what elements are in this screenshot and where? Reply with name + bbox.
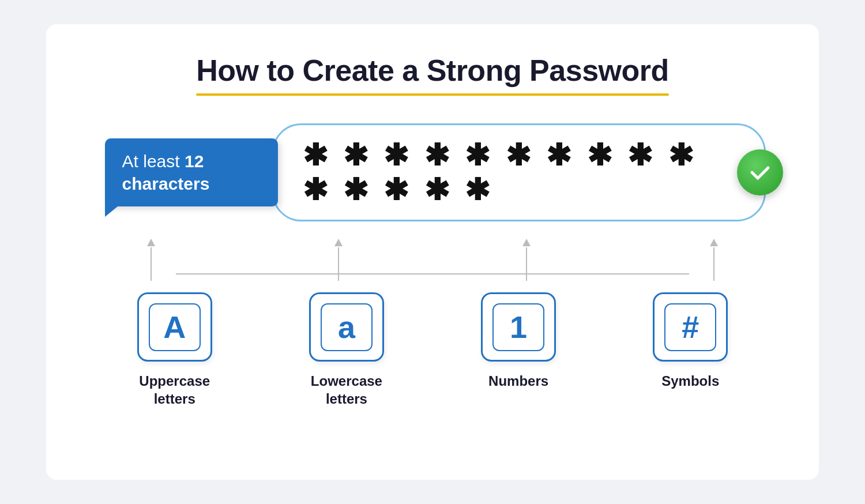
key-symbol-symbols: #	[682, 311, 699, 343]
title-underline	[196, 93, 669, 96]
icon-item-numbers: 1 Numbers	[446, 292, 591, 408]
key-icon-lowercase: a	[309, 292, 384, 362]
key-inner-lowercase: a	[321, 303, 373, 351]
arrowhead-3	[522, 239, 531, 246]
key-inner-symbols: #	[664, 303, 716, 351]
shaft-1	[151, 247, 152, 281]
shaft-3	[526, 247, 527, 281]
password-section: At least 12 characters ✱ ✱ ✱ ✱ ✱ ✱ ✱ ✱ ✱…	[105, 123, 766, 221]
key-symbol-lowercase: a	[338, 311, 355, 343]
icons-row: A Uppercaseletters a Lowercaseletters	[102, 292, 764, 408]
badge-text: At least 12 characters	[122, 152, 210, 193]
key-icon-numbers: 1	[481, 292, 556, 362]
password-field-wrap: ✱ ✱ ✱ ✱ ✱ ✱ ✱ ✱ ✱ ✱ ✱ ✱ ✱ ✱ ✱	[272, 123, 766, 221]
label-lowercase: Lowercaseletters	[311, 372, 382, 408]
badge-word: characters	[122, 174, 210, 193]
key-inner-uppercase: A	[149, 303, 201, 351]
characters-badge: At least 12 characters	[105, 138, 278, 206]
key-inner-numbers: 1	[492, 303, 544, 351]
label-uppercase: Uppercaseletters	[139, 372, 210, 408]
arrow-uppercase	[134, 239, 168, 281]
checkmark-icon	[747, 160, 773, 185]
main-card: How to Create a Strong Password At least…	[46, 24, 819, 480]
password-display: ✱ ✱ ✱ ✱ ✱ ✱ ✱ ✱ ✱ ✱ ✱ ✱ ✱ ✱ ✱	[272, 123, 766, 221]
key-symbol-uppercase: A	[163, 311, 186, 343]
key-icon-symbols: #	[653, 292, 728, 362]
checkmark-circle	[737, 149, 783, 195]
arrow-lowercase	[321, 239, 356, 281]
arrow-line-row	[102, 239, 764, 281]
label-numbers: Numbers	[488, 372, 548, 390]
arrows-and-icons: A Uppercaseletters a Lowercaseletters	[102, 239, 764, 408]
arrow-numbers	[509, 239, 544, 281]
icon-item-uppercase: A Uppercaseletters	[102, 292, 247, 408]
icon-item-lowercase: a Lowercaseletters	[274, 292, 419, 408]
arrowhead-2	[334, 239, 343, 246]
badge-number: 12	[185, 152, 204, 171]
page-title: How to Create a Strong Password	[196, 53, 669, 88]
key-symbol-numbers: 1	[510, 311, 527, 343]
arrow-symbols	[697, 239, 731, 281]
shaft-4	[713, 247, 714, 281]
shaft-2	[338, 247, 339, 281]
key-icon-uppercase: A	[137, 292, 212, 362]
icon-item-symbols: # Symbols	[618, 292, 763, 408]
arrowhead-4	[710, 239, 718, 246]
label-symbols: Symbols	[661, 372, 719, 390]
arrowhead-1	[147, 239, 155, 246]
